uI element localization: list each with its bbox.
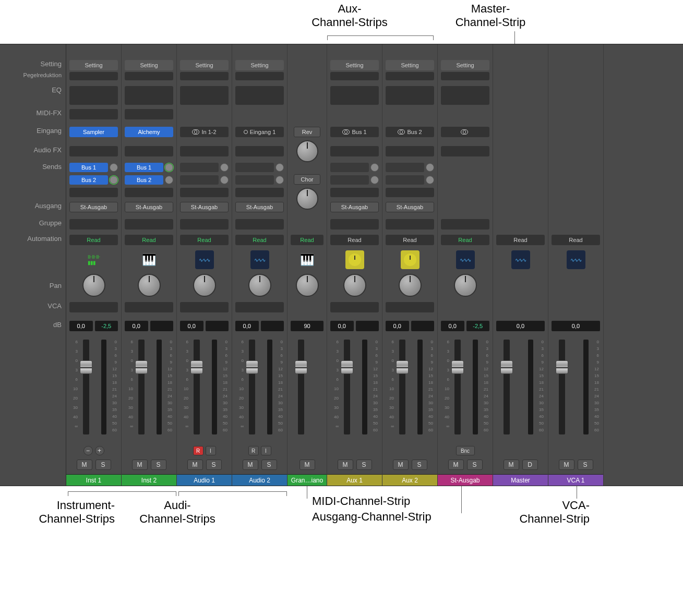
setting-button[interactable]: Setting xyxy=(235,60,284,70)
fader-cap[interactable] xyxy=(135,360,148,374)
input-slot[interactable]: Sampler xyxy=(69,127,118,137)
solo-button[interactable]: S xyxy=(206,460,222,470)
send-button[interactable] xyxy=(386,163,424,172)
group-slot[interactable] xyxy=(441,219,489,230)
pan-knob[interactable] xyxy=(138,274,161,297)
channel-name[interactable]: Audio 1 xyxy=(177,474,232,486)
setting-button[interactable]: Setting xyxy=(69,60,118,70)
send-button[interactable]: Bus 2 xyxy=(125,175,163,185)
send-button[interactable] xyxy=(235,163,274,172)
vca-slot[interactable] xyxy=(330,302,379,312)
fader-track[interactable] xyxy=(454,340,461,434)
record-button[interactable]: R xyxy=(193,446,203,455)
input-monitor-button[interactable]: I xyxy=(206,446,216,455)
eq-slot[interactable] xyxy=(441,86,489,105)
audio-fx-slot[interactable] xyxy=(386,146,434,156)
fader-track[interactable] xyxy=(249,340,255,434)
solo-button[interactable]: S xyxy=(261,460,277,470)
input-slot[interactable]: Bus 2 xyxy=(386,127,434,137)
track-icon[interactable]: 🎹 xyxy=(140,250,159,269)
mute-button[interactable]: M xyxy=(393,460,409,470)
channel-name[interactable]: Inst 2 xyxy=(122,474,176,486)
vca-slot[interactable] xyxy=(125,302,173,312)
plus-button[interactable]: + xyxy=(95,446,104,455)
send-knob[interactable] xyxy=(110,176,118,184)
send-knob[interactable] xyxy=(370,176,379,184)
setting-button[interactable]: Setting xyxy=(386,60,434,70)
send-knob[interactable] xyxy=(275,163,284,172)
fader-track[interactable] xyxy=(83,340,89,434)
send-button[interactable] xyxy=(386,175,424,185)
track-icon[interactable] xyxy=(401,250,420,269)
fader-cap[interactable] xyxy=(246,360,258,374)
automation-button[interactable]: Read xyxy=(496,235,545,245)
mute-button[interactable]: M xyxy=(448,460,464,470)
mute-button[interactable]: M xyxy=(77,460,92,470)
input-slot[interactable]: Eingang 1 xyxy=(235,127,284,137)
send-knob[interactable] xyxy=(110,163,118,172)
send-slot-extra[interactable] xyxy=(69,188,118,197)
pan-knob[interactable] xyxy=(454,274,477,297)
pan-knob[interactable] xyxy=(296,274,319,297)
fader-cap[interactable] xyxy=(295,360,307,374)
fader-track[interactable] xyxy=(138,340,145,434)
automation-button[interactable]: Read xyxy=(552,235,600,245)
eq-slot[interactable] xyxy=(69,86,118,105)
pan-knob[interactable] xyxy=(343,274,366,297)
output-slot[interactable]: St-Ausgab xyxy=(386,202,434,212)
gain-reduction-slot[interactable] xyxy=(330,72,379,80)
send-knob[interactable] xyxy=(426,163,434,172)
audio-fx-slot[interactable] xyxy=(69,146,118,156)
track-icon[interactable]: ⊪⊪⊪▮▮▮ xyxy=(85,250,103,269)
solo-button[interactable]: S xyxy=(467,460,483,470)
send-slot-extra[interactable] xyxy=(125,188,173,197)
track-icon[interactable]: ∿∿∿ xyxy=(511,250,530,269)
mute-button[interactable]: M xyxy=(187,460,203,470)
fader-cap[interactable] xyxy=(451,360,464,374)
output-slot[interactable]: St-Ausgab xyxy=(330,202,379,212)
input-slot[interactable]: In 1-2 xyxy=(180,127,229,137)
track-icon[interactable] xyxy=(345,250,364,269)
audio-fx-slot[interactable] xyxy=(330,146,379,156)
gain-reduction-slot[interactable] xyxy=(125,72,173,80)
send-knob[interactable] xyxy=(220,176,229,184)
track-icon[interactable]: ∿∿∿ xyxy=(250,250,269,269)
mute-button[interactable]: M xyxy=(243,460,258,470)
audio-fx-slot[interactable] xyxy=(441,146,489,156)
eq-slot[interactable] xyxy=(330,86,379,105)
mute-button[interactable]: M xyxy=(299,460,315,470)
send-knob[interactable] xyxy=(220,163,229,172)
send-button[interactable]: Bus 1 xyxy=(69,163,108,172)
output-slot[interactable]: St-Ausgab xyxy=(125,202,173,212)
send-button[interactable]: Bus 2 xyxy=(69,175,108,185)
automation-button[interactable]: Read xyxy=(386,235,434,245)
send-slot-extra[interactable] xyxy=(235,188,284,197)
channel-name[interactable]: Aux 2 xyxy=(382,474,437,486)
channel-name[interactable]: St-Ausgab xyxy=(438,474,493,486)
automation-button[interactable]: Read xyxy=(125,235,173,245)
send-knob[interactable] xyxy=(165,176,173,184)
audio-fx-slot[interactable] xyxy=(180,146,229,156)
output-slot[interactable]: St-Ausgab xyxy=(69,202,118,212)
vca-slot[interactable] xyxy=(386,302,434,312)
midi-fx-slot[interactable] xyxy=(125,109,173,119)
eq-slot[interactable] xyxy=(235,86,284,105)
automation-button[interactable]: Read xyxy=(69,235,118,245)
send-button[interactable] xyxy=(330,175,369,185)
output-slot[interactable]: St-Ausgab xyxy=(235,202,284,212)
automation-button[interactable]: Read xyxy=(235,235,284,245)
track-icon[interactable]: ∿∿∿ xyxy=(456,250,475,269)
fader-track[interactable] xyxy=(298,340,304,434)
mute-button[interactable]: M xyxy=(338,460,353,470)
minus-button[interactable]: − xyxy=(83,446,93,455)
send-slot-extra[interactable] xyxy=(386,188,434,197)
setting-button[interactable]: Setting xyxy=(180,60,229,70)
pan-knob[interactable] xyxy=(82,274,105,297)
send-knob[interactable] xyxy=(275,176,284,184)
group-slot[interactable] xyxy=(330,219,379,230)
eq-slot[interactable] xyxy=(386,86,434,105)
gain-reduction-slot[interactable] xyxy=(235,72,284,80)
group-slot[interactable] xyxy=(125,219,173,230)
send-knob[interactable] xyxy=(426,176,434,184)
channel-name[interactable]: VCA 1 xyxy=(548,474,603,486)
